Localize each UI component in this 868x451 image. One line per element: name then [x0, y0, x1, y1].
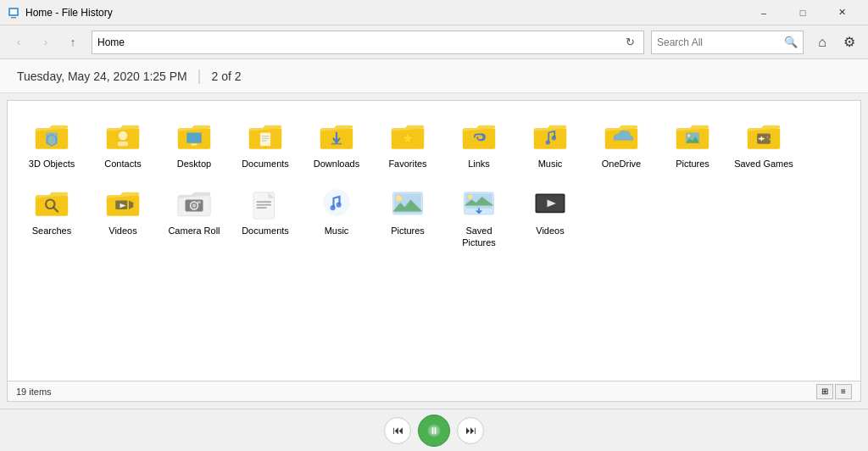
- main-content: 3D Objects Contacts Desktop: [0, 93, 868, 409]
- view-toggle: ⊞ ≡: [816, 384, 852, 399]
- file-name: Documents: [242, 225, 289, 237]
- svg-rect-50: [257, 204, 272, 206]
- file-name: Camera Roll: [168, 225, 220, 237]
- svg-rect-1: [10, 9, 17, 14]
- file-name: Pictures: [391, 225, 425, 237]
- svg-rect-49: [257, 201, 272, 203]
- file-name: Desktop: [177, 158, 211, 170]
- svg-point-46: [192, 203, 196, 207]
- svg-rect-21: [463, 128, 496, 149]
- file-name: Music: [325, 225, 349, 237]
- close-button[interactable]: ✕: [822, 0, 861, 25]
- list-item[interactable]: Downloads: [303, 111, 370, 175]
- file-name: Saved Games: [734, 158, 793, 170]
- folder-icon: [316, 115, 357, 156]
- list-item[interactable]: Videos: [89, 178, 157, 242]
- svg-rect-18: [331, 143, 342, 145]
- svg-rect-36: [36, 195, 69, 216]
- file-grid: 3D Objects Contacts Desktop: [8, 101, 860, 381]
- svg-rect-11: [192, 144, 198, 146]
- svg-point-35: [769, 138, 771, 141]
- date-bar: Tuesday, May 24, 2020 1:25 PM | 2 of 2: [0, 59, 868, 93]
- svg-point-62: [468, 194, 472, 198]
- svg-point-58: [396, 195, 402, 201]
- svg-rect-13: [260, 133, 270, 147]
- search-input[interactable]: [657, 36, 784, 48]
- list-item[interactable]: Searches: [18, 178, 86, 242]
- folder-icon: [672, 115, 713, 156]
- address-bar[interactable]: ↻: [92, 31, 644, 54]
- minimize-button[interactable]: –: [744, 0, 783, 25]
- refresh-button[interactable]: ↻: [621, 34, 638, 51]
- list-item[interactable]: Favorites: [374, 111, 442, 175]
- list-item[interactable]: Links: [445, 111, 513, 175]
- list-view-button[interactable]: ≡: [835, 384, 852, 399]
- item-count: 19 items: [16, 387, 52, 397]
- folder-icon: [743, 115, 784, 156]
- list-item[interactable]: Saved Pictures: [445, 178, 513, 242]
- svg-rect-52: [323, 189, 350, 216]
- svg-point-53: [331, 205, 336, 210]
- file-name: Music: [538, 158, 563, 170]
- list-item[interactable]: Documents: [231, 111, 299, 175]
- svg-rect-33: [759, 138, 765, 140]
- file-name: Pictures: [676, 158, 709, 170]
- folder-icon: [174, 182, 214, 223]
- list-item[interactable]: Documents: [231, 178, 299, 242]
- folder-icon: [387, 115, 428, 156]
- folder-icon: [245, 115, 286, 156]
- svg-rect-14: [262, 136, 270, 136]
- search-button[interactable]: 🔍: [784, 36, 798, 48]
- next-button[interactable]: ⏭: [457, 417, 484, 444]
- svg-point-34: [766, 136, 769, 138]
- maximize-button[interactable]: □: [783, 0, 822, 25]
- svg-rect-51: [257, 207, 267, 209]
- list-item[interactable]: Pictures: [659, 111, 726, 175]
- list-item[interactable]: Desktop: [160, 111, 228, 175]
- file-name: Searches: [32, 225, 71, 237]
- folder-icon: [601, 115, 642, 156]
- folder-icon: [31, 115, 72, 156]
- list-item[interactable]: 3D Objects: [18, 111, 86, 175]
- svg-rect-8: [118, 142, 128, 146]
- folder-icon: [103, 115, 143, 156]
- list-item[interactable]: Music: [516, 111, 584, 175]
- file-name: Videos: [536, 225, 564, 237]
- date-separator: |: [198, 67, 202, 85]
- app-icon: [7, 6, 20, 19]
- bottom-controls: ⏮ ⏭: [0, 409, 868, 451]
- title-bar: Home - File History – □ ✕: [0, 0, 868, 25]
- svg-rect-47: [198, 201, 201, 203]
- file-name: OneDrive: [602, 158, 641, 170]
- folder-icon: [103, 182, 143, 223]
- large-icons-button[interactable]: ⊞: [816, 384, 833, 399]
- folder-icon: [530, 182, 570, 223]
- status-bar: 19 items ⊞ ≡: [8, 381, 860, 401]
- settings-button[interactable]: ⚙: [837, 31, 861, 54]
- forward-button[interactable]: ›: [34, 31, 58, 54]
- svg-point-23: [546, 140, 550, 144]
- home-button[interactable]: ⌂: [810, 31, 834, 54]
- svg-point-7: [119, 131, 128, 141]
- list-item[interactable]: Contacts: [89, 111, 157, 175]
- folder-icon: [530, 115, 570, 156]
- svg-point-54: [337, 203, 342, 208]
- address-input[interactable]: [97, 36, 621, 48]
- list-item[interactable]: OneDrive: [587, 111, 655, 175]
- title-bar-controls: – □ ✕: [744, 0, 861, 25]
- list-item[interactable]: Videos: [516, 178, 584, 242]
- file-name: Contacts: [104, 158, 141, 170]
- play-button[interactable]: [418, 415, 450, 447]
- list-item[interactable]: Pictures: [374, 178, 442, 242]
- svg-rect-15: [262, 138, 270, 139]
- list-item[interactable]: Camera Roll: [160, 178, 228, 242]
- list-item[interactable]: Saved Games: [730, 111, 798, 175]
- back-button[interactable]: ‹: [7, 31, 31, 54]
- up-button[interactable]: ↑: [61, 31, 85, 54]
- folder-icon: [459, 182, 499, 223]
- previous-button[interactable]: ⏮: [384, 417, 411, 444]
- list-item[interactable]: Music: [303, 178, 370, 242]
- search-bar[interactable]: 🔍: [651, 31, 804, 54]
- svg-point-28: [687, 134, 691, 137]
- svg-rect-16: [262, 140, 267, 141]
